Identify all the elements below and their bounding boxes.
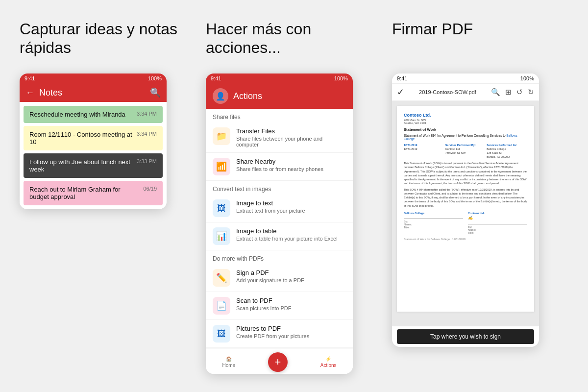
home-label: Home — [222, 363, 235, 368]
action-pictures-to-pdf[interactable]: 🖼 Pictures to PDF Create PDF from your p… — [206, 320, 353, 348]
note-item[interactable]: Follow up with Joe about lunch next week… — [24, 153, 163, 178]
pdf-content: Contoso Ltd. 789 Main St. NWSeattle, WA … — [392, 101, 539, 326]
notes-phone-mockup: 9:41 100% ← Notes 🔍 Reschedule meeting w… — [20, 74, 167, 209]
sig-col-right: Contoso Ltd. ✍ By: Name: Title: — [468, 212, 527, 234]
action-sign-pdf[interactable]: ✏️ Sign a PDF Add your signature to a PD… — [206, 264, 353, 292]
action-desc: Create PDF from your pictures — [236, 333, 309, 339]
info-cell: Buffalo, TX 900252 — [487, 155, 527, 158]
actions-toolbar: 👤 Actions — [206, 83, 353, 109]
notes-list: Reschedule meeting with Miranda 3:34 PM … — [20, 102, 167, 209]
action-desc: Add your signature to a PDF — [236, 277, 304, 283]
notes-time: 9:41 — [24, 75, 35, 81]
tap-to-sign-banner[interactable]: Tap where you wish to sign — [397, 329, 534, 344]
pdf-toolbar: ✓ 2019-Contoso-SOW.pdf 🔍 ⊞ ↺ ↻ — [392, 84, 539, 101]
action-title: Image to text — [236, 199, 305, 207]
company-address: 789 Main St. NWSeattle, WA 9101 — [404, 119, 527, 124]
action-title: Sign a PDF — [236, 269, 304, 276]
pdf-footer-text: Statement of Work for Bellows College · … — [404, 237, 527, 241]
panel-notes: Capturar ideas y notas rápidas 9:41 100%… — [20, 20, 196, 209]
action-title: Share Nearby — [236, 158, 323, 165]
search-icon[interactable]: 🔍 — [150, 87, 161, 98]
action-text: Image to table Extract a table from your… — [236, 227, 338, 242]
action-text: Image to text Extract text from your pic… — [236, 199, 305, 214]
info-cell: Contoso Ltd — [445, 147, 486, 150]
bottom-bar: 🏠 Home + ⚡ Actions — [206, 348, 353, 374]
note-text: Reschedule meeting with Miranda — [29, 111, 133, 118]
info-header: 12/31/2019 — [404, 144, 444, 147]
info-grid: 12/31/2019 Services Performed By: Servic… — [404, 144, 527, 158]
info-cell — [404, 155, 444, 158]
home-icon: 🏠 — [226, 356, 232, 362]
action-text: Transfer Files Share files between your … — [236, 127, 346, 147]
share-nearby-icon: 📶 — [213, 158, 230, 175]
note-text: Room 12/1110 - Contoso meeting at 10 — [29, 131, 133, 146]
info-header: Services Performed By: — [445, 144, 486, 147]
sow-subtitle: Statement of Work 894 for Agreement to P… — [404, 134, 527, 141]
pdf-phone-mockup: 9:41 100% ✓ 2019-Contoso-SOW.pdf 🔍 ⊞ ↺ ↻… — [392, 74, 539, 347]
signature-row: Bellows College By: Name: Title: Contoso… — [404, 212, 527, 234]
info-header: Services Performed for: — [487, 144, 527, 147]
action-share-nearby[interactable]: 📶 Share Nearby Share files to or from ne… — [206, 153, 353, 181]
company-name: Contoso Ltd. — [404, 113, 527, 118]
scan-to-pdf-icon: 📄 — [213, 297, 230, 315]
note-text: Follow up with Joe about lunch next week — [29, 158, 133, 173]
info-cell: 125 State St. — [487, 151, 527, 154]
info-cell: Bellows College — [487, 147, 527, 150]
info-cell — [404, 151, 444, 154]
sig-line-left — [404, 219, 463, 219]
body-text-1: This Statement of Work (SOW) is issued p… — [404, 161, 527, 186]
avatar: 👤 — [213, 88, 228, 104]
sign-pdf-icon: ✏️ — [213, 269, 230, 287]
sig-title-label-left: Title: — [404, 226, 463, 229]
pdf-battery: 100% — [520, 75, 534, 81]
note-item[interactable]: Reach out to Miriam Graham for budget ap… — [24, 181, 163, 205]
note-item[interactable]: Room 12/1110 - Contoso meeting at 10 3:3… — [24, 126, 163, 150]
search-icon[interactable]: 🔍 — [491, 88, 500, 97]
pdf-status-bar: 9:41 100% — [392, 74, 539, 84]
action-image-to-text[interactable]: 🖼 Image to text Extract text from your p… — [206, 195, 353, 222]
fab-add-button[interactable]: + — [268, 352, 288, 372]
actions-battery: 100% — [334, 75, 348, 81]
panel2-heading: Hacer más con acciones... — [206, 20, 382, 59]
actions-icon: ⚡ — [325, 356, 331, 362]
note-text: Reach out to Miriam Graham for budget ap… — [29, 186, 139, 200]
action-desc: Scan pictures into PDF — [236, 305, 292, 311]
pdf-toolbar-icons: 🔍 ⊞ ↺ ↻ — [491, 88, 534, 97]
notes-status-bar: 9:41 100% — [20, 74, 167, 83]
action-image-to-table[interactable]: 📊 Image to table Extract a table from yo… — [206, 222, 353, 250]
action-transfer-files[interactable]: 📁 Transfer Files Share files between you… — [206, 122, 353, 153]
panel-pdf: Firmar PDF 9:41 100% ✓ 2019-Contoso-SOW.… — [392, 20, 568, 347]
notes-battery: 100% — [148, 75, 162, 81]
sig-label-left: Bellows College — [404, 212, 463, 215]
action-text: Scan to PDF Scan pictures into PDF — [236, 297, 292, 311]
action-scan-to-pdf[interactable]: 📄 Scan to PDF Scan pictures into PDF — [206, 292, 353, 320]
bottom-bar-actions[interactable]: ⚡ Actions — [320, 356, 337, 368]
info-cell — [445, 155, 486, 158]
action-text: Share Nearby Share files to or from near… — [236, 158, 323, 172]
image-to-text-icon: 🖼 — [213, 199, 230, 217]
note-time: 3:34 PM — [137, 111, 157, 117]
grid-icon[interactable]: ⊞ — [505, 88, 512, 97]
checkmark-icon[interactable]: ✓ — [397, 87, 404, 98]
sig-image-right: ✍ — [468, 216, 527, 220]
sig-title-label-right: Title: — [468, 231, 527, 234]
note-item[interactable]: Reschedule meeting with Miranda 3:34 PM — [24, 106, 163, 123]
info-cell: 789 Main St. NW — [445, 151, 486, 154]
image-to-table-icon: 📊 — [213, 227, 230, 245]
action-text: Pictures to PDF Create PDF from your pic… — [236, 325, 309, 339]
action-desc: Share files between your phone and compu… — [236, 136, 346, 147]
undo-icon[interactable]: ↺ — [516, 88, 523, 97]
note-time: 3:34 PM — [137, 131, 157, 137]
notes-title: Notes — [39, 88, 145, 98]
redo-icon[interactable]: ↻ — [528, 88, 534, 97]
actions-status-bar: 9:41 100% — [206, 74, 353, 83]
action-desc: Extract a table from your picture into E… — [236, 236, 338, 242]
note-time: 06/19 — [143, 186, 157, 192]
panel-actions: Hacer más con acciones... 9:41 100% 👤 Ac… — [206, 20, 382, 374]
bottom-bar-home[interactable]: 🏠 Home — [222, 356, 235, 368]
actions-time: 9:41 — [211, 75, 221, 81]
sig-line-right — [468, 224, 527, 224]
actions-content: Share files 📁 Transfer Files Share files… — [206, 109, 353, 348]
action-title: Transfer Files — [236, 127, 346, 135]
back-arrow-icon[interactable]: ← — [25, 88, 34, 98]
